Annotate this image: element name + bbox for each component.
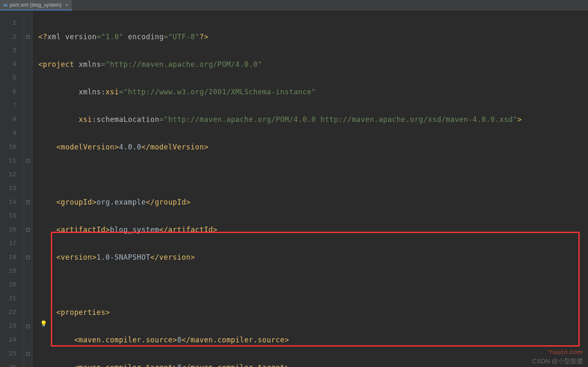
watermark-csdn: CSDN @小型骷髅 (532, 357, 583, 365)
maven-file-icon: m (3, 2, 8, 8)
line-number: 24 (0, 333, 24, 347)
fold-end[interactable]: − (24, 319, 32, 333)
line-number: 3 (0, 44, 24, 58)
line-number: 1 (0, 16, 24, 30)
fold-toggle[interactable]: − (24, 223, 32, 237)
fold-toggle[interactable]: − (24, 251, 32, 264)
close-icon[interactable]: × (65, 2, 68, 8)
line-number: 25 (0, 347, 24, 361)
tab-label: pom.xml (blog_system) (10, 2, 61, 8)
fold-end[interactable]: − (24, 195, 32, 209)
line-number: 9 (0, 127, 24, 140)
line-number: 26 (0, 361, 24, 367)
line-number: 17 (0, 237, 24, 251)
line-number: 13 (0, 182, 24, 195)
line-number: 10 (0, 140, 24, 154)
line-number: 6 (0, 85, 24, 99)
watermark-yuucn: Yuucn.com (548, 348, 583, 355)
line-number: 21 (0, 292, 24, 306)
line-number: 16 (0, 223, 24, 237)
line-number: 18 (0, 251, 24, 264)
fold-toggle[interactable]: − (24, 154, 32, 168)
line-number: 23 (0, 319, 24, 333)
fold-toggle[interactable]: − (24, 30, 32, 44)
line-number: 8 (0, 113, 24, 127)
line-number: 15 (0, 209, 24, 223)
line-number: 2 (0, 30, 24, 44)
line-number: 20 (0, 278, 24, 292)
line-number: 4 (0, 58, 24, 71)
code-content[interactable]: <?xml version="1.0" encoding="UTF-8"?> <… (33, 11, 588, 367)
editor-area: 1 2 3 4 5 6 7 8 9 10 11 12 13 14 15 16 1… (0, 11, 588, 367)
line-number: 22 (0, 306, 24, 319)
line-number: 14 (0, 195, 24, 209)
tab-bar: m pom.xml (blog_system) × (0, 0, 588, 11)
line-number: 11 (0, 154, 24, 168)
fold-end[interactable]: − (24, 347, 32, 361)
line-number: 19 (0, 264, 24, 278)
line-number: 12 (0, 168, 24, 182)
line-number-gutter: 1 2 3 4 5 6 7 8 9 10 11 12 13 14 15 16 1… (0, 11, 24, 367)
line-number: 5 (0, 71, 24, 85)
fold-column: − − − − − − − (24, 11, 33, 367)
line-number: 7 (0, 99, 24, 113)
editor-tab-pom[interactable]: m pom.xml (blog_system) × (0, 0, 72, 10)
